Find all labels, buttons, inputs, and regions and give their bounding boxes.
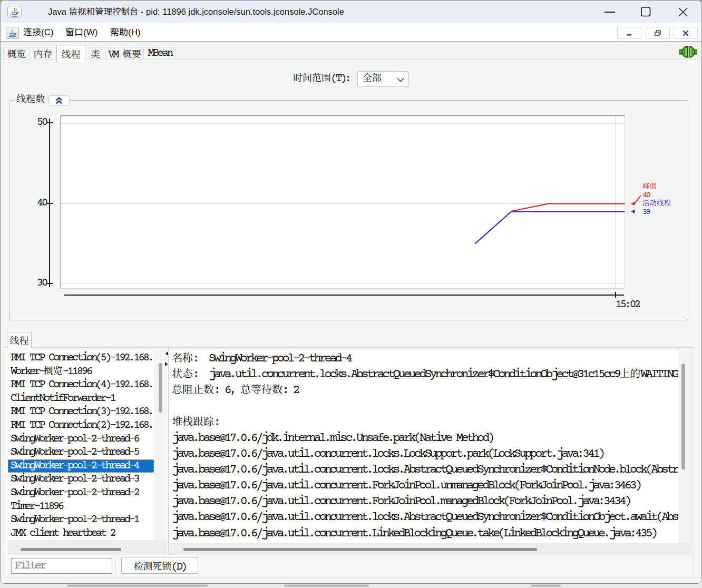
tab-线程[interactable]: 线程 [56,45,85,62]
y-axis-tick [46,283,53,284]
thread-list-item[interactable]: SwingWorker-pool-2-thread-6 [8,433,154,446]
background-text-remnant [67,585,208,586]
time-range-label: 时间范围(T): [285,72,350,86]
thread-list-item[interactable]: SwingWorker-pool-2-thread-1 [8,513,154,527]
split-pane-divider[interactable] [169,347,169,555]
detail-line: java.base@17.0.6/java.util.concurrent.lo… [172,447,677,463]
split-pane-collapse-arrows[interactable] [164,350,169,367]
x-axis-tick [615,292,616,298]
filter-input[interactable] [11,558,112,574]
chart-plot-area [60,115,625,289]
detail-line: java.base@17.0.6/java.util.concurrent.lo… [172,510,677,526]
scrollbar-thumb[interactable] [681,364,685,469]
detail-line: java.base@17.0.6/java.util.concurrent.Li… [172,526,677,542]
tab-类[interactable]: 类 [85,47,106,60]
window-close-button[interactable] [671,1,695,23]
detail-horizontal-scrollbar[interactable] [170,543,691,555]
series-line-峰值 [511,204,625,211]
detail-line: 名称: SwingWorker-pool-2-thread-4 [172,351,677,367]
thread-list-horizontal-scrollbar[interactable] [8,540,167,555]
y-axis-tick-label: 30 [25,279,46,288]
toolbar-separator [115,558,115,574]
thread-list-item[interactable]: Worker-概览-11896 [8,365,154,379]
thread-detail-text: 名称: SwingWorker-pool-2-thread-4状态: java.… [170,350,678,543]
tab-MBean[interactable]: MBean [144,47,176,60]
legend-active-threads-label: 活动线程 [642,201,671,208]
detail-line: java.base@17.0.6/java.util.concurrent.Fo… [172,494,677,510]
legend-peak-label: 峰值 [642,184,657,191]
series-line-活动线程 [475,212,625,244]
y-axis-tick-label: 50 [25,118,46,128]
scrollbar-thumb[interactable] [159,363,162,413]
thread-list-item[interactable]: SwingWorker-pool-2-thread-3 [8,473,154,486]
tab-VM 概要[interactable]: VM 概要 [106,47,144,60]
background-text-remnant [285,585,369,586]
y-axis-tick-label: 40 [25,199,46,208]
thread-list-item[interactable]: JMX client heartbeat 2 [8,527,154,540]
thread-detail-lines: 名称: SwingWorker-pool-2-thread-4状态: java.… [172,351,677,542]
scrollbar-thumb[interactable] [21,548,121,551]
thread-list-item[interactable]: ClientNotifForwarder-1 [8,392,154,406]
window-minimize-button[interactable] [598,1,622,23]
detail-line: java.base@17.0.6/jdk.internal.misc.Unsaf… [172,431,677,447]
thread-list: RMI TCP Connection(5)-192.168.Worker-概览-… [8,350,154,540]
detail-vertical-scrollbar[interactable] [678,350,691,543]
detail-line: java.base@17.0.6/java.util.concurrent.Fo… [172,478,677,494]
thread-list-item[interactable]: RMI TCP Connection(3)-192.168. [8,405,154,419]
detail-line: 总阻止数: 6, 总等待数: 2 [172,383,677,399]
main-tabs: 概览内存线程类VM 概要MBean [3,42,176,60]
detail-line: 状态: java.util.concurrent.locks.AbstractQ… [172,367,677,383]
time-range-combobox[interactable]: 全部 [357,71,409,87]
menu-help[interactable]: 帮助(H) [110,23,141,42]
connection-status-icon [679,45,697,58]
desktop-behind-window [0,584,702,588]
chevron-down-icon [397,77,404,82]
tab-概览[interactable]: 概览 [3,47,30,60]
tab-内存[interactable]: 内存 [30,47,56,60]
collapse-chart-button[interactable] [48,95,70,106]
x-axis-tick-label: 15:02 [616,300,639,310]
legend-peak-value: 40 [642,192,650,199]
frame-restore-button[interactable] [646,27,670,40]
title-bar[interactable]: Java 监视和管理控制台 - pid: 11896 jdk.jconsole/… [1,1,701,23]
detect-deadlock-button[interactable]: 检测死锁(D) [121,557,198,574]
menu-bar [1,23,701,42]
thread-list-item[interactable]: RMI TCP Connection(4)-192.168. [8,378,154,392]
thread-list-item[interactable]: SwingWorker-pool-2-thread-5 [8,446,154,459]
thread-list-item[interactable]: Timer-11896 [8,500,154,514]
java-app-icon [7,6,22,18]
main-tab-strip: 概览内存线程类VM 概要MBean [1,42,701,60]
frame-java-icon [6,27,19,39]
thread-list-rows: RMI TCP Connection(5)-192.168.Worker-概览-… [8,351,154,540]
frame-close-button[interactable] [674,27,698,40]
menu-connection[interactable]: 连接(C) [23,23,54,42]
thread-list-item[interactable]: RMI TCP Connection(5)-192.168. [8,351,154,365]
legend-pointer-icons [630,194,642,215]
detail-line [172,399,677,415]
jconsole-window: Java 监视和管理控制台 - pid: 11896 jdk.jconsole/… [0,0,702,584]
thread-list-item[interactable]: SwingWorker-pool-2-thread-2 [8,486,154,500]
threads-subtab[interactable]: 线程 [7,332,32,348]
chart-title: 线程数 [14,95,47,105]
window-maximize-button[interactable] [633,1,658,23]
y-axis-tick [46,122,53,123]
frame-minimize-button[interactable] [617,27,641,40]
detail-line: java.base@17.0.6/java.util.concurrent.lo… [172,463,677,478]
window-title: Java 监视和管理控制台 - pid: 11896 jdk.jconsole/… [48,1,344,23]
y-axis-tick [46,203,53,204]
thread-list-item[interactable]: SwingWorker-pool-2-thread-4 [8,459,154,473]
thread-list-item[interactable]: RMI TCP Connection(2)-192.168. [8,419,154,433]
menu-window[interactable]: 窗口(W) [65,23,97,42]
background-text-remnant [531,585,561,586]
detail-line: 堆栈跟踪: [172,415,677,431]
time-range-value: 全部 [363,72,382,86]
x-axis [64,295,624,296]
thread-list-vertical-scrollbar[interactable] [154,350,167,540]
scrollbar-thumb[interactable] [183,548,537,551]
legend-active-threads-value: 39 [642,209,650,216]
